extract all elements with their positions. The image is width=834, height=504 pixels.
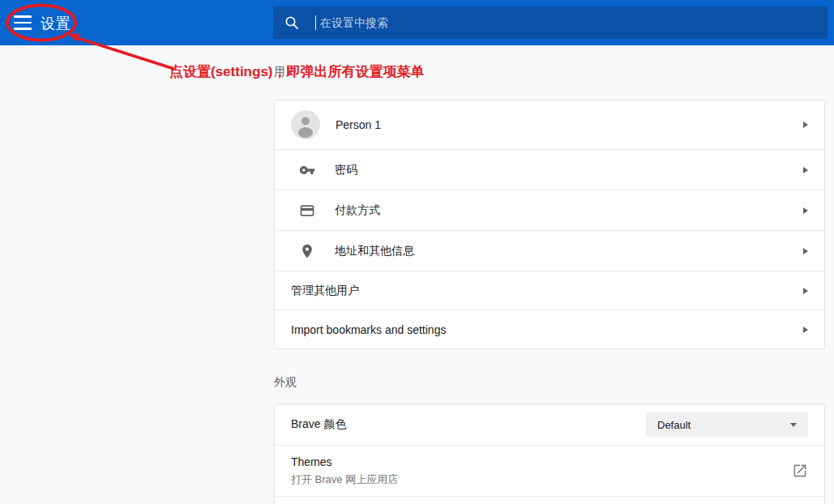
import-bookmarks-row[interactable]: Import bookmarks and settings (275, 310, 824, 348)
chevron-down-icon (790, 423, 797, 427)
themes-sublabel: 打开 Brave 网上应用店 (291, 472, 398, 487)
addresses-row[interactable]: 地址和其他信息 (275, 230, 824, 271)
themes-label: Themes (291, 455, 398, 468)
chevron-right-icon (803, 122, 808, 128)
manage-other-people-label: 管理其他用户 (291, 284, 359, 298)
settings-toolbar: 设置 (0, 0, 834, 45)
settings-content: 用户 Person 1 密码 付款方式 (274, 45, 825, 504)
chevron-right-icon (803, 167, 808, 173)
search-icon (284, 15, 299, 30)
chevron-right-icon (803, 327, 808, 333)
page-title: 设置 (41, 14, 71, 33)
addresses-label: 地址和其他信息 (335, 244, 414, 258)
key-icon (299, 162, 315, 178)
appearance-card: Brave 颜色 Default Themes 打开 Brave 网上应用店 (274, 404, 825, 504)
hamburger-menu-icon[interactable] (14, 15, 32, 30)
brave-colors-selected-value: Default (657, 419, 691, 431)
themes-row[interactable]: Themes 打开 Brave 网上应用店 (275, 445, 824, 496)
next-row-partial (275, 496, 824, 504)
brave-colors-row: Brave 颜色 Default (275, 404, 824, 445)
profile-name: Person 1 (336, 118, 381, 131)
location-pin-icon (299, 243, 315, 259)
external-link-icon (792, 463, 808, 479)
import-bookmarks-label: Import bookmarks and settings (291, 323, 446, 336)
section-heading-appearance: 外观 (274, 375, 825, 388)
section-heading-people: 用户 (274, 65, 825, 78)
payment-methods-label: 付款方式 (335, 203, 380, 218)
chevron-right-icon (803, 248, 808, 254)
chevron-right-icon (803, 207, 808, 214)
passwords-row[interactable]: 密码 (275, 149, 824, 190)
search-input[interactable] (316, 6, 828, 39)
brave-colors-dropdown[interactable]: Default (646, 412, 808, 438)
brave-colors-label: Brave 颜色 (291, 417, 346, 432)
passwords-label: 密码 (335, 163, 357, 177)
manage-other-people-row[interactable]: 管理其他用户 (275, 271, 824, 310)
settings-search-box[interactable] (273, 6, 828, 39)
avatar (291, 110, 320, 139)
profile-row-person1[interactable]: Person 1 (275, 100, 824, 149)
chevron-right-icon (803, 288, 808, 294)
credit-card-icon (299, 203, 315, 219)
people-card: Person 1 密码 付款方式 地址和其他信息 管理其他用户 (274, 100, 825, 349)
payment-methods-row[interactable]: 付款方式 (275, 190, 824, 230)
